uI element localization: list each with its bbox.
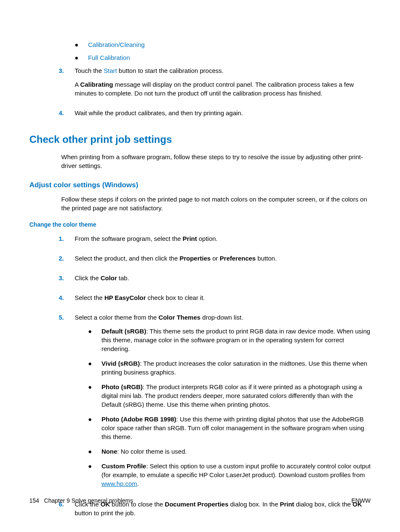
step-number: 3. [59,66,75,103]
bullet-icon: ● [88,327,101,353]
list-item: ● Calibration/Cleaning [75,40,371,49]
list-item: ● Custom Profile: Select this option to … [88,462,371,488]
step-number: 4. [59,108,75,122]
full-calibration-link[interactable]: Full Calibration [88,53,130,62]
list-item: ● Photo (sRGB): The product interprets R… [88,382,371,409]
theme-step-4: 4. Select the HP EasyColor check box to … [59,293,371,307]
bullet-icon: ● [88,382,101,409]
step-body: Select the HP EasyColor check box to cle… [75,293,371,307]
step-body: Wait while the product calibrates, and t… [75,108,371,122]
step-body: Touch the Start button to start the cali… [75,66,371,103]
step-number: 2. [59,254,75,268]
bullet-icon: ● [88,415,101,441]
step-3: 3. Touch the Start button to start the c… [59,66,371,103]
theme-step-5: 5. Select a color theme from the Color T… [59,313,371,494]
step-number: 4. [59,293,75,307]
document-page: ● Calibration/Cleaning ● Full Calibratio… [0,0,400,522]
page-footer: 154 Chapter 9 Solve general problems ENW… [29,497,371,505]
hp-com-link[interactable]: www.hp.com [101,480,137,487]
bullet-icon: ● [75,53,88,62]
step-body: Select the product, and then click the P… [75,254,371,268]
bullet-icon: ● [88,447,101,456]
chapter-label: Chapter 9 Solve general problems [44,497,133,504]
bullet-icon: ● [75,40,88,49]
step-text: A Calibrating message will display on th… [75,80,371,98]
bullet-icon: ● [88,359,101,377]
step-body: From the software program, select the Pr… [75,234,371,248]
theme-step-1: 1. From the software program, select the… [59,234,371,248]
step-number: 1. [59,234,75,248]
subsection-intro: Follow these steps if colors on the prin… [61,195,371,212]
step-number: 3. [59,274,75,287]
step-4: 4. Wait while the product calibrates, an… [59,108,371,122]
list-item: ● Vivid (sRGB): The product increases th… [88,359,371,377]
list-item: ● None: No color theme is used. [88,447,371,456]
calibration-cleaning-link[interactable]: Calibration/Cleaning [88,40,145,49]
section-intro: When printing from a software program, f… [61,152,371,170]
step-body: Select a color theme from the Color Them… [75,313,371,494]
footer-left: 154 Chapter 9 Solve general problems [29,497,133,505]
step-text: Touch the Start button to start the cali… [75,66,371,75]
list-item: ● Photo (Adobe RGB 1998): Use this theme… [88,415,371,441]
theme-step-3: 3. Click the Color tab. [59,274,371,287]
start-label: Start [104,67,117,74]
step-body: Click the Color tab. [75,274,371,287]
bullet-icon: ● [88,462,101,488]
color-themes-list: ● Default (sRGB): This theme sets the pr… [88,327,371,488]
top-bullet-list: ● Calibration/Cleaning ● Full Calibratio… [75,40,371,62]
minisection-heading-change-theme: Change the color theme [29,221,371,229]
list-item: ● Full Calibration [75,53,371,62]
section-heading-check-other: Check other print job settings [29,132,371,147]
subsection-heading-adjust-color: Adjust color settings (Windows) [29,180,371,190]
page-number: 154 [29,497,39,504]
theme-step-2: 2. Select the product, and then click th… [59,254,371,268]
step-number: 5. [59,313,75,494]
footer-right: ENWW [351,497,371,505]
list-item: ● Default (sRGB): This theme sets the pr… [88,327,371,353]
step-text: Wait while the product calibrates, and t… [75,108,371,117]
